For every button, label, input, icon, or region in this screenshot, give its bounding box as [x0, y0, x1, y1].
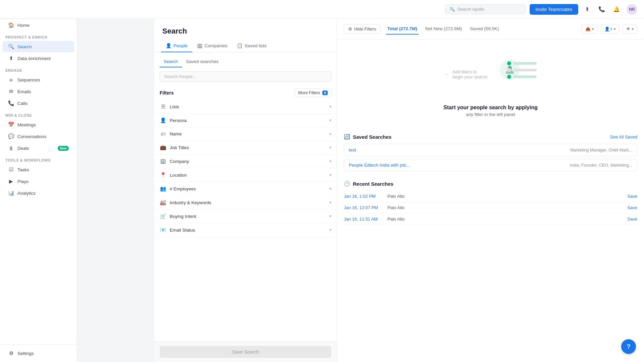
recent-save-0[interactable]: Save [627, 194, 637, 199]
email-status-icon: 📧 [160, 227, 166, 233]
sidebar-item-sequences[interactable]: ≡ Sequences [3, 74, 74, 85]
recent-date-1[interactable]: Jan 16, 12:07 PM [344, 205, 387, 210]
sidebar-item-data-enrichment[interactable]: ⬆ Data enrichment [3, 53, 74, 64]
filter-job-titles-text: Job Titles [170, 145, 189, 150]
tab-companies[interactable]: 🏢 Companies [192, 40, 232, 52]
main-content: Search 👤 People 🏢 Companies 📋 Saved list… [154, 19, 644, 362]
sidebar-item-meetings[interactable]: 📅 Meetings [3, 119, 74, 130]
add-to-list-button[interactable]: 👤+ ▾ [601, 24, 619, 34]
saved-item-test-desc: Marketing Manager, Chief Mark... [570, 148, 632, 153]
sidebar-label-sequences: Sequences [17, 77, 40, 82]
recent-location-1: Palo Alto [387, 205, 627, 210]
recent-save-2[interactable]: Save [627, 217, 637, 222]
filter-company-text: Company [170, 159, 189, 164]
save-search-bar: Save Search [154, 342, 337, 362]
sidebar-item-settings[interactable]: ⚙ Settings [3, 348, 74, 359]
save-search-button[interactable]: Save Search [160, 346, 331, 358]
hint-text: Add filters tobegin your search. [452, 69, 488, 79]
filter-name-label: 🏷 Name [160, 131, 182, 137]
filter-item-job-titles[interactable]: 💼 Job Titles ▾ [154, 141, 337, 155]
sidebar-item-calls[interactable]: 📞 Calls [3, 98, 74, 109]
add-person-icon: 👤+ [604, 26, 612, 32]
recent-save-1[interactable]: Save [627, 205, 637, 210]
empty-state: ← Add filters tobegin your search. [337, 40, 644, 127]
search-placeholder: Search Apollo [458, 7, 484, 12]
sidebar-item-home[interactable]: 🏠 Home [3, 19, 74, 31]
name-chevron-icon: ▾ [329, 132, 331, 136]
sidebar-label-emails: Emails [17, 89, 31, 94]
sidebar-label-enrichment: Data enrichment [17, 56, 51, 61]
check-dot-green-1 [507, 61, 511, 65]
recent-date-0[interactable]: Jan 16, 1:02 PM [344, 194, 387, 199]
check-line-1 [507, 61, 537, 65]
hide-filters-button[interactable]: ⚙ Hide Filters [344, 24, 381, 34]
sidebar-item-search[interactable]: 🔍 Search [3, 41, 74, 52]
recent-searches-header: 🕐 Recent Searches [344, 181, 637, 187]
filter-item-buying-intent[interactable]: 🛒 Buying Intent ▾ [154, 209, 337, 223]
filters-header: Filters More Filters 8 [154, 86, 337, 99]
check-line-3 [507, 75, 537, 79]
filter-item-employees[interactable]: 👥 # Employees ▾ [154, 182, 337, 196]
company-chevron-icon: ▾ [329, 159, 331, 164]
result-tab-saved[interactable]: Saved (59.5K) [469, 23, 500, 35]
tab-saved-lists[interactable]: 📋 Saved lists [232, 40, 271, 52]
apollo-search-box[interactable]: 🔍 Search Apollo [445, 4, 526, 14]
filter-item-location[interactable]: 📍 Location ▾ [154, 168, 337, 182]
see-all-saved-link[interactable]: See All Saved [610, 134, 637, 139]
lists-chevron-icon: ▾ [329, 104, 331, 109]
sidebar-label-calls: Calls [17, 101, 28, 106]
result-tab-net-new[interactable]: Net New (272.6M) [424, 23, 464, 35]
emails-icon: ✉ [8, 88, 14, 95]
industry-icon: 🏭 [160, 199, 166, 205]
filter-buying-intent-text: Buying Intent [170, 214, 196, 219]
help-button[interactable]: ? [621, 339, 636, 354]
more-filters-button[interactable]: More Filters 8 [294, 88, 331, 97]
saved-item-edtech[interactable]: People Edtech India with job... India, F… [344, 159, 637, 171]
filter-lists-text: Lists [170, 104, 179, 109]
filter-item-email-status[interactable]: 📧 Email Status ▾ [154, 223, 337, 237]
avatar[interactable]: NR [627, 4, 637, 15]
sidebar-item-emails[interactable]: ✉ Emails [3, 86, 74, 97]
sub-tab-saved-searches[interactable]: Saved searches [182, 56, 223, 67]
sidebar-item-analytics[interactable]: 📊 Analytics [3, 187, 74, 199]
bell-icon[interactable]: 🔔 [612, 5, 621, 14]
recent-date-2[interactable]: Jan 16, 11:31 AM [344, 217, 387, 222]
check-bar-3 [513, 75, 537, 78]
export-button[interactable]: 📤 ▾ [582, 24, 597, 34]
upload-icon[interactable]: ⬆ [582, 5, 592, 14]
recent-searches-section: 🕐 Recent Searches Jan 16, 1:02 PM Palo A… [337, 181, 644, 232]
filter-item-company[interactable]: 🏢 Company ▾ [154, 155, 337, 168]
recent-item-2: Jan 16, 11:31 AM Palo Alto Save [344, 214, 637, 225]
sidebar-item-deals[interactable]: $ Deals New [3, 142, 74, 154]
filter-item-lists[interactable]: ☰ Lists ▾ [154, 100, 337, 114]
sidebar-item-tasks[interactable]: ☑ Tasks [3, 164, 74, 175]
sidebar-item-plays[interactable]: ▶ Plays [3, 176, 74, 187]
hint-arrow-icon: ← [444, 71, 450, 77]
deals-icon: $ [8, 145, 14, 151]
tab-companies-label: Companies [205, 43, 227, 48]
saved-item-test[interactable]: test Marketing Manager, Chief Mark... [344, 144, 637, 156]
invite-teammates-button[interactable]: Invite Teammates [530, 4, 578, 15]
filter-bar-left: ⚙ Hide Filters Total (272.7M) Net New (2… [344, 23, 500, 35]
filter-item-persona[interactable]: 👤 Persona ▾ [154, 114, 337, 127]
more-filters-label: More Filters [298, 90, 320, 95]
phone-icon[interactable]: 📞 [597, 5, 606, 14]
search-people-input[interactable] [160, 71, 331, 82]
meetings-icon: 📅 [8, 122, 14, 128]
left-panel: Search 👤 People 🏢 Companies 📋 Saved list… [154, 19, 337, 362]
filter-item-industry[interactable]: 🏭 Industry & Keywords ▾ [154, 196, 337, 209]
tab-people[interactable]: 👤 People [161, 40, 192, 52]
result-tab-total[interactable]: Total (272.7M) [386, 23, 419, 35]
sidebar-label-tasks: Tasks [17, 167, 29, 172]
export-chevron-icon: ▾ [592, 27, 594, 31]
sub-tab-search[interactable]: Search [160, 56, 182, 67]
view-toggle-button[interactable]: 👁 ▾ [623, 24, 637, 34]
companies-tab-icon: 🏢 [197, 43, 203, 48]
section-label-tools: Tools & workflows [0, 154, 77, 164]
sidebar-item-conversations[interactable]: 💬 Conversations [3, 131, 74, 142]
more-filters-count: 8 [322, 90, 328, 95]
lists-icon: ☰ [160, 104, 166, 110]
filter-item-name[interactable]: 🏷 Name ▾ [154, 127, 337, 141]
industry-chevron-icon: ▾ [329, 200, 331, 205]
add-chevron-icon: ▾ [614, 27, 615, 31]
